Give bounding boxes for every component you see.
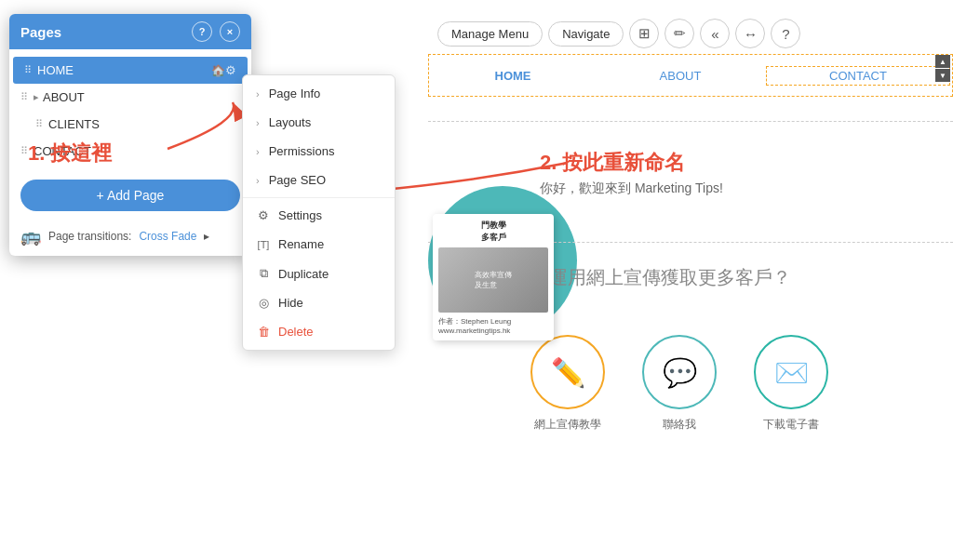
menu-arrow-layouts: › bbox=[256, 117, 260, 128]
circle-icon-3: ✉️ bbox=[754, 335, 828, 409]
want-text: 想運用網上宣傳獲取更多客戶？ bbox=[530, 265, 791, 290]
duplicate-icon: ⧉ bbox=[256, 266, 271, 281]
panel-header-icons: ? × bbox=[192, 21, 240, 42]
page-name-home: HOME bbox=[37, 63, 208, 77]
page-name-clients: CLIENTS bbox=[48, 117, 240, 131]
pages-panel: Pages ? × ⠿ HOME 🏠 ⚙ ⠿ ▸ ABOUT ⠿ CLIENTS… bbox=[9, 14, 251, 256]
menu-label-rename: Rename bbox=[278, 237, 324, 251]
step2-annotation: 2. 按此重新命名 bbox=[540, 149, 934, 177]
nav-contact[interactable]: CONTACT bbox=[766, 66, 950, 86]
book-image: 高效率宣傳及生意 bbox=[438, 247, 548, 313]
menu-item-permissions[interactable]: › Permissions bbox=[243, 137, 395, 166]
circle-icon-1: ✏️ bbox=[530, 335, 605, 409]
book-card: 門教學多客戶 高效率宣傳及生意 作者：Stephen Leungwww.mark… bbox=[433, 214, 554, 340]
hide-icon: ◎ bbox=[256, 296, 271, 310]
pages-panel-title: Pages bbox=[20, 24, 61, 40]
menu-item-page-seo[interactable]: › Page SEO bbox=[243, 166, 395, 194]
menu-label-settings: Settings bbox=[278, 208, 322, 222]
circle-item-3[interactable]: ✉️ 下載電子書 bbox=[754, 335, 828, 433]
menu-arrow-page-seo: › bbox=[256, 175, 260, 186]
nav-up-button[interactable]: ▲ bbox=[935, 55, 950, 68]
menu-item-duplicate[interactable]: ⧉ Duplicate bbox=[243, 259, 395, 288]
menu-item-layouts[interactable]: › Layouts bbox=[243, 108, 395, 137]
rename-icon: [T] bbox=[256, 239, 271, 250]
circle-item-2[interactable]: 💬 聯絡我 bbox=[642, 335, 717, 433]
layers-icon-button[interactable]: ⊞ bbox=[629, 19, 659, 48]
top-toolbar: Manage Menu Navigate ⊞ ✏ « ↔ ? bbox=[437, 19, 800, 48]
page-item-clients[interactable]: ⠿ CLIENTS bbox=[9, 111, 251, 138]
circles-row: ✏️ 網上宣傳教學 💬 聯絡我 ✉️ 下載電子書 bbox=[530, 335, 828, 433]
menu-label-hide: Hide bbox=[278, 296, 303, 310]
circle-icon-2: 💬 bbox=[642, 335, 717, 409]
back-icon-button[interactable]: « bbox=[700, 19, 730, 48]
manage-menu-button[interactable]: Manage Menu bbox=[437, 21, 543, 47]
nav-home[interactable]: HOME bbox=[429, 65, 597, 87]
welcome-text: 你好，歡迎來到 Marketing Tips! bbox=[540, 180, 934, 197]
expand-icon-about: ▸ bbox=[34, 91, 39, 103]
delete-icon: 🗑 bbox=[256, 325, 271, 339]
hero-section: 2. 按此重新命名 你好，歡迎來到 Marketing Tips! bbox=[540, 149, 934, 197]
menu-arrow-page-info: › bbox=[256, 88, 260, 100]
book-title: 門教學多客戶 bbox=[438, 220, 548, 244]
menu-arrow-permissions: › bbox=[256, 146, 260, 157]
add-page-button[interactable]: + Add Page bbox=[20, 180, 240, 211]
menu-label-layouts: Layouts bbox=[269, 115, 312, 129]
dashed-separator-1 bbox=[428, 121, 953, 122]
step1-annotation: 1. 按這裡 bbox=[28, 140, 112, 167]
arrows-icon-button[interactable]: ↔ bbox=[735, 19, 765, 48]
circle-label-1: 網上宣傳教學 bbox=[534, 417, 601, 433]
panel-close-button[interactable]: × bbox=[220, 21, 240, 42]
book-author: 作者：Stephen Leungwww.marketingtips.hk bbox=[438, 316, 548, 335]
drag-icon-about: ⠿ bbox=[20, 91, 28, 103]
circle-item-1[interactable]: ✏️ 網上宣傳教學 bbox=[530, 335, 605, 433]
menu-item-settings[interactable]: ⚙ Settings bbox=[243, 201, 395, 230]
page-item-home[interactable]: ⠿ HOME 🏠 ⚙ bbox=[13, 57, 248, 84]
help-icon-button[interactable]: ? bbox=[771, 19, 800, 48]
menu-item-hide[interactable]: ◎ Hide bbox=[243, 288, 395, 317]
nav-down-button[interactable]: ▼ bbox=[935, 69, 950, 82]
navigate-button[interactable]: Navigate bbox=[548, 21, 624, 47]
drag-icon-home: ⠿ bbox=[24, 64, 32, 76]
menu-label-page-seo: Page SEO bbox=[269, 173, 326, 187]
nav-arrows: ▲ ▼ bbox=[935, 55, 950, 82]
menu-item-rename[interactable]: [T] Rename bbox=[243, 230, 395, 259]
edit-icon-button[interactable]: ✏ bbox=[664, 19, 694, 48]
menu-item-delete[interactable]: 🗑 Delete bbox=[243, 317, 395, 346]
page-name-about: ABOUT bbox=[43, 90, 240, 104]
transitions-value-link[interactable]: Cross Fade bbox=[139, 230, 196, 243]
menu-label-permissions: Permissions bbox=[269, 144, 335, 158]
site-nav: HOME ABOUT CONTACT ▲ ▼ bbox=[428, 54, 953, 97]
settings-icon: ⚙ bbox=[256, 208, 271, 222]
pages-panel-header: Pages ? × bbox=[9, 14, 251, 49]
circle-label-2: 聯絡我 bbox=[663, 417, 696, 433]
menu-divider-1 bbox=[243, 197, 395, 198]
drag-icon-contact: ⠿ bbox=[20, 145, 28, 157]
panel-help-button[interactable]: ? bbox=[192, 21, 212, 42]
nav-about[interactable]: ABOUT bbox=[597, 65, 764, 87]
menu-item-page-info[interactable]: › Page Info bbox=[243, 79, 395, 108]
home-icon: 🏠 bbox=[211, 64, 225, 77]
drag-icon-clients: ⠿ bbox=[35, 118, 43, 130]
menu-label-duplicate: Duplicate bbox=[278, 267, 329, 281]
menu-label-page-info: Page Info bbox=[269, 87, 321, 100]
page-item-about[interactable]: ⠿ ▸ ABOUT bbox=[9, 84, 251, 111]
settings-gear-home[interactable]: ⚙ bbox=[225, 63, 236, 77]
menu-label-delete: Delete bbox=[278, 325, 314, 339]
context-menu: › Page Info › Layouts › Permissions › Pa… bbox=[242, 74, 396, 351]
transitions-icon: 🚌 bbox=[20, 226, 41, 247]
transitions-label: Page transitions: bbox=[48, 230, 131, 243]
page-transitions: 🚌 Page transitions: Cross Fade ▸ bbox=[9, 219, 251, 256]
transitions-arrow: ▸ bbox=[204, 230, 209, 243]
circle-label-3: 下載電子書 bbox=[763, 417, 819, 433]
